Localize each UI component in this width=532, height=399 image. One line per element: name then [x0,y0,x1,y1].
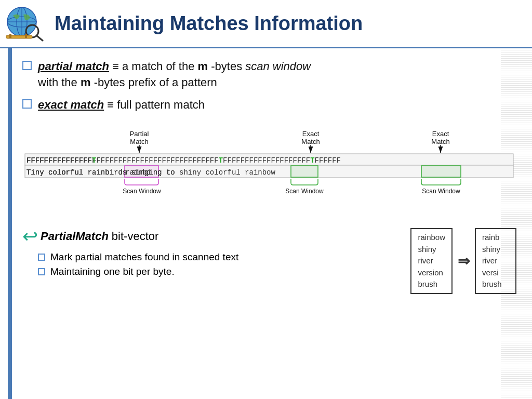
svg-text:Scan Window: Scan Window [285,188,324,195]
partial-match-vector-section: ↩ PartialMatch bit-vector Mark partial m… [22,225,400,281]
svg-text:Exact: Exact [302,130,320,138]
partial-match-text: partial match ≡ a match of the m -bytes … [38,59,516,91]
pattern-prefix-5: brush [482,278,509,290]
sub-bullet-2: Maintaining one bit per byte. [38,266,400,277]
svg-rect-8 [9,34,11,38]
svg-text:Partial: Partial [130,130,149,138]
svg-text:Match: Match [130,138,148,145]
full-patterns-table: rainbow shiny river version brush [410,228,453,294]
pattern-prefix-1: rainb [482,232,509,244]
partial-match-title: ↩ PartialMatch bit-vector [22,225,400,247]
diagram-container: Partial Match Exact Match Exact Match [22,127,516,220]
exact-match-definition: exact match ≡ full pattern match [22,97,516,113]
main-content: partial match ≡ a match of the m -bytes … [12,48,532,399]
pattern-tables: rainbow shiny river version brush ⇒ rain… [410,228,516,294]
m-bold-2: m [81,76,91,89]
world-search-icon [5,5,47,42]
svg-text:FFFFFFFFFFFFFFFTFFFFFFFFFFFFFF: FFFFFFFFFFFFFFFTFFFFFFFFFFFFFFFFFFFFFFFF… [26,156,341,165]
exact-match-term: exact match [38,98,104,111]
sub-bullet-1-text: Mark partial matches found in scanned te… [50,251,238,263]
bytes-text-1: -bytes [211,60,245,73]
pattern-full-3: river [418,255,445,267]
svg-rect-29 [291,166,318,177]
sub-bullet-list: Mark partial matches found in scanned te… [38,251,400,277]
match-diagram: Partial Match Exact Match Exact Match [22,127,516,220]
partial-match-bold: PartialMatch [41,230,109,243]
header: Maintaining Matches Information [0,0,532,48]
svg-text:Match: Match [431,138,449,145]
svg-text:Match: Match [301,138,320,145]
prefix-patterns-table: rainb shiny river versi brush [475,228,516,294]
svg-text:Scan Window: Scan Window [123,188,161,195]
pattern-full-2: shiny [418,244,445,256]
svg-text:Exact: Exact [432,130,449,138]
sub-bullet-1: Mark partial matches found in scanned te… [38,251,400,263]
with-text: with the [38,76,81,89]
partial-match-term: partial match [38,60,109,73]
page-title: Maintaining Matches Information [55,12,363,35]
pattern-full-5: brush [418,278,445,290]
bullet-checkbox-2 [22,99,32,109]
svg-rect-30 [421,166,461,177]
bullet-checkbox-1 [22,61,32,70]
pattern-prefix-4: versi [482,267,509,279]
m-bold-1: m [198,60,208,73]
exact-match-text: exact match ≡ full pattern match [38,97,516,113]
definition-list: partial match ≡ a match of the m -bytes … [22,59,516,119]
scan-window-italic: scan window [245,60,311,73]
partial-match-definition: partial match ≡ a match of the m -bytes … [22,59,516,91]
sub-bullet-2-text: Maintaining one bit per byte. [50,266,175,277]
svg-text:Scan Window: Scan Window [422,188,460,195]
sub-checkbox-1 [38,254,45,261]
transform-arrow-icon: ⇒ [458,252,470,270]
left-accent-bar [8,48,12,399]
pattern-full-4: version [418,267,445,279]
bytes-prefix-text: -bytes prefix of a pattern [94,76,217,89]
pattern-prefix-3: river [482,255,509,267]
pattern-prefix-2: shiny [482,244,509,256]
exact-match-equiv: ≡ full pattern match [107,98,205,111]
curved-arrow-icon: ↩ [22,225,38,247]
pattern-full-1: rainbow [418,232,445,244]
svg-line-6 [37,36,43,41]
svg-rect-9 [25,34,27,38]
svg-text:Tiny colorful rainbirds singin: Tiny colorful rainbirds singing to shiny… [26,168,275,177]
partial-match-equiv: ≡ a match of the [112,60,197,73]
partial-match-rest: bit-vector [112,230,158,243]
bottom-section: ↩ PartialMatch bit-vector Mark partial m… [22,225,516,294]
sub-checkbox-2 [38,268,45,275]
